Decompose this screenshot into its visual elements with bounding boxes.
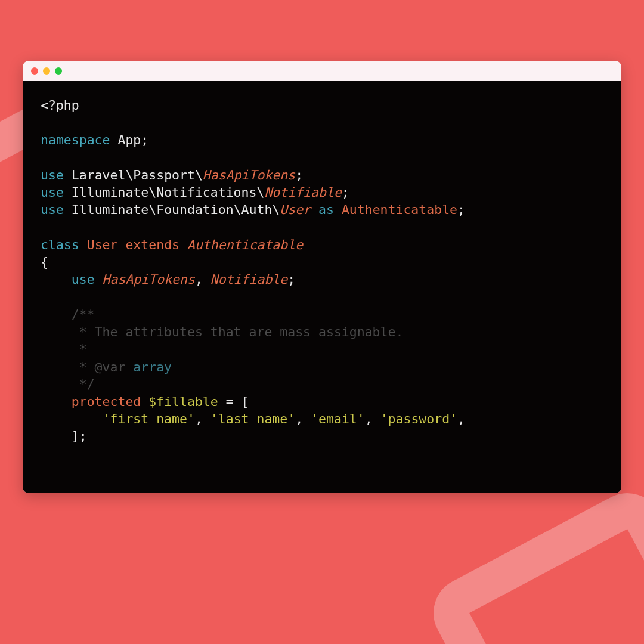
class-ref: User — [280, 202, 311, 217]
keyword-use: use — [41, 202, 64, 217]
close-icon[interactable] — [31, 67, 38, 75]
comma: , — [365, 411, 373, 426]
parent-class: Authenticatable — [187, 237, 303, 252]
brace-open: { — [41, 255, 48, 270]
keyword-as: as — [318, 202, 334, 217]
keyword-namespace: namespace — [41, 132, 110, 147]
maximize-icon[interactable] — [55, 67, 62, 75]
trait-ref: Notifiable — [210, 272, 287, 287]
doc-type: array — [133, 360, 172, 374]
semicolon: ; — [141, 132, 148, 147]
doc-tag: * @var — [72, 360, 126, 374]
equals: = — [226, 394, 234, 409]
doc-comment: * The attributes that are mass assignabl… — [72, 324, 404, 339]
semicolon: ; — [342, 185, 349, 200]
keyword-class: class — [41, 237, 79, 252]
comma: , — [195, 411, 203, 426]
background-decoration — [421, 481, 644, 644]
php-open-tag: <?php — [41, 98, 79, 113]
keyword-protected: protected — [72, 394, 141, 409]
doc-comment: */ — [72, 377, 95, 392]
string-literal: 'first_name' — [103, 411, 195, 426]
code-editor: <?php namespace App; use Laravel\Passpor… — [23, 81, 621, 493]
semicolon: ; — [287, 272, 295, 287]
trait-name: HasApiTokens — [203, 168, 295, 182]
code-window: <?php namespace App; use Laravel\Passpor… — [23, 61, 621, 493]
property-name: $fillable — [148, 394, 218, 409]
keyword-use: use — [41, 168, 64, 182]
window-titlebar — [23, 61, 621, 81]
alias-name: Authenticatable — [342, 202, 457, 217]
comma: , — [295, 411, 303, 426]
string-literal: 'password' — [380, 411, 457, 426]
doc-comment: /** — [72, 307, 95, 322]
use-path: Illuminate\Foundation\Auth\ — [72, 202, 280, 217]
use-path: Illuminate\Notifications\ — [72, 185, 265, 200]
trait-ref: HasApiTokens — [103, 272, 195, 287]
semicolon: ; — [295, 168, 303, 182]
keyword-extends: extends — [125, 237, 179, 252]
string-literal: 'email' — [311, 411, 365, 426]
comma: , — [457, 411, 465, 426]
minimize-icon[interactable] — [43, 67, 50, 75]
semicolon: ; — [457, 202, 465, 217]
namespace-name: App — [117, 132, 141, 147]
keyword-use: use — [41, 185, 64, 200]
use-path: Laravel\Passport\ — [72, 168, 203, 182]
keyword-use: use — [72, 272, 95, 287]
bracket-open: [ — [242, 394, 249, 409]
trait-name: Notifiable — [264, 185, 341, 200]
string-literal: 'last_name' — [210, 411, 295, 426]
comma: , — [195, 272, 203, 287]
bracket-close: ]; — [72, 429, 87, 444]
class-name: User — [87, 237, 118, 252]
doc-comment: * — [72, 342, 87, 357]
